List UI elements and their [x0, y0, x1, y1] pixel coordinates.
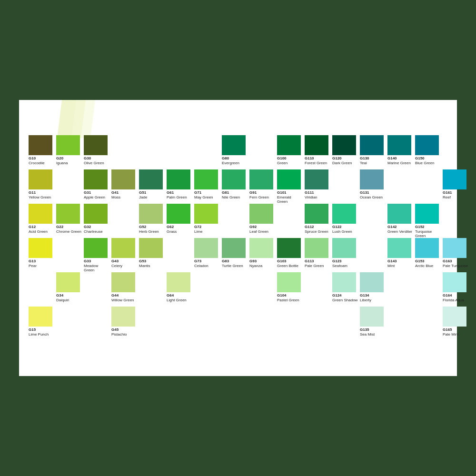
color-item: G45Pistachio — [111, 307, 138, 337]
color-code: G101 — [277, 190, 303, 195]
color-swatch — [360, 135, 384, 155]
color-label: G112Spruce Green — [305, 225, 330, 234]
color-code: G34 — [56, 293, 82, 298]
color-label: G80Evergreen — [222, 156, 248, 165]
color-item: G163Pale Turquoise — [443, 238, 469, 268]
color-item: G113Pale Green — [305, 238, 331, 268]
color-label: G135Sea Mist — [360, 327, 386, 337]
color-item: G92Leaf Green — [249, 204, 276, 234]
color-swatch — [305, 204, 328, 224]
color-swatch — [305, 238, 328, 258]
color-label: G34Daiquiri — [56, 293, 82, 302]
color-label: G62Grass — [167, 225, 192, 234]
color-code: G135 — [360, 327, 386, 332]
color-swatch — [415, 204, 439, 224]
color-code: G45 — [111, 327, 137, 332]
color-swatch — [360, 272, 384, 292]
color-item: G33Meadow Green — [84, 238, 110, 273]
color-swatch — [332, 272, 356, 292]
color-swatch — [111, 272, 135, 292]
color-name: Teal — [360, 161, 386, 166]
color-code: G12 — [29, 225, 54, 229]
color-code: G52 — [139, 225, 165, 229]
color-item: G150Blue Green — [415, 135, 442, 165]
color-item: G135Sea Mist — [360, 307, 387, 337]
color-swatch — [29, 169, 52, 189]
color-swatch — [443, 307, 466, 327]
color-label: G64Light Green — [167, 293, 192, 302]
color-item: G124Green Shadow — [332, 272, 359, 302]
color-swatch — [360, 307, 384, 327]
color-name: Leaf Green — [249, 229, 275, 234]
color-label: G91Fern Green — [249, 190, 275, 199]
color-label: G163Pale Turquoise — [443, 259, 468, 268]
color-label: G33Meadow Green — [84, 259, 109, 273]
color-swatch — [84, 238, 108, 258]
color-swatch — [305, 169, 328, 189]
color-swatch — [111, 307, 135, 327]
color-label: G73Celadon — [194, 259, 220, 268]
color-label: G152Turquoise Green — [415, 225, 441, 238]
color-item: G142Green Verditer — [387, 204, 414, 234]
color-label: G123Seafoam — [332, 259, 358, 268]
color-label: G104Pastel Green — [277, 293, 303, 302]
color-item: G22Chrome Green — [56, 204, 83, 234]
color-name: Iguana — [56, 161, 82, 166]
color-name: Celadon — [194, 264, 220, 268]
color-code: G20 — [56, 156, 82, 161]
color-code: G140 — [387, 156, 413, 161]
color-item: G130Teal — [360, 135, 387, 165]
color-item: G20Iguana — [56, 135, 83, 165]
color-item: G101Emerald Green — [277, 169, 304, 204]
color-item: G131Ocean Green — [360, 169, 387, 199]
color-name: Pale Green — [305, 264, 330, 268]
color-label: G53Mantis — [139, 259, 165, 268]
color-code: G53 — [139, 259, 165, 264]
color-label: G32Chartreuse — [84, 225, 109, 234]
color-item: G73Celadon — [194, 238, 221, 268]
color-name: Reef — [443, 195, 468, 200]
color-item: G12Acid Green — [29, 204, 55, 234]
color-label: G101Emerald Green — [277, 190, 303, 204]
color-name: Palm Green — [167, 195, 192, 200]
color-code: G104 — [277, 293, 303, 298]
color-name: Celery — [111, 264, 137, 268]
color-swatch — [111, 169, 135, 189]
color-item: G103Green Bottle — [277, 238, 304, 268]
color-name: Green Bottle — [277, 264, 303, 268]
color-swatch — [277, 169, 301, 189]
color-label: G113Pale Green — [305, 259, 330, 268]
color-label: G153Arctic Blue — [415, 259, 441, 268]
color-label: G22Chrome Green — [56, 225, 82, 234]
color-swatch — [277, 272, 301, 292]
color-label: G100Green — [277, 156, 303, 165]
color-swatch — [305, 135, 328, 155]
color-item: G41Moss — [111, 169, 138, 199]
color-code: G92 — [249, 225, 275, 229]
color-item: G52Herb Green — [139, 204, 166, 234]
color-label: G164Florida Aqua — [443, 293, 468, 302]
color-name: Nile Green — [222, 195, 248, 200]
color-name: Emerald Green — [277, 195, 303, 204]
color-code: G120 — [332, 156, 358, 161]
color-code: G61 — [167, 190, 192, 195]
color-swatch — [29, 238, 52, 258]
color-swatch — [277, 135, 301, 155]
color-code: G62 — [167, 225, 192, 229]
color-swatch — [56, 135, 80, 155]
color-item: G134Liberty — [360, 272, 387, 302]
color-label: G143Mint — [387, 259, 413, 268]
color-swatch — [167, 204, 190, 224]
color-swatch — [249, 238, 273, 258]
color-label: G124Green Shadow — [332, 293, 358, 302]
color-label: G41Moss — [111, 190, 137, 199]
color-name: Florida Aqua — [443, 298, 468, 303]
color-swatch — [84, 169, 108, 189]
color-label: G93Nyanza — [249, 259, 275, 268]
color-swatch — [139, 169, 163, 189]
color-label: G83Turtle Green — [222, 259, 248, 268]
color-code: G51 — [139, 190, 165, 195]
color-item: G10Crocodile — [29, 135, 55, 165]
color-name: Arctic Blue — [415, 264, 441, 268]
color-item: G100Green — [277, 135, 304, 165]
